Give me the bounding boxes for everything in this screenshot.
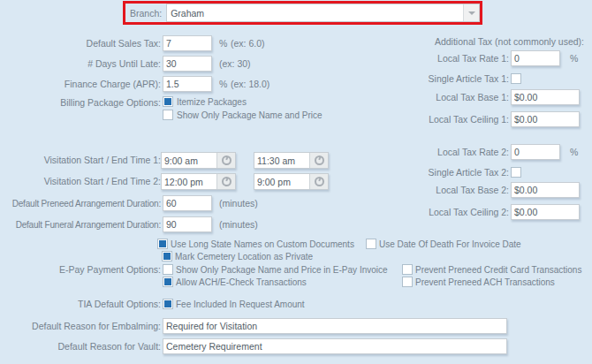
- use-dod-for-invoice-checkbox[interactable]: [366, 239, 376, 249]
- use-dod-for-invoice-label: Use Date Of Death For Invoice Date: [379, 239, 521, 250]
- single-article-tax-2-checkbox[interactable]: [511, 167, 521, 178]
- vault-reason-label: Default Reason for Vault:: [57, 341, 161, 353]
- epay-options-label: E-Pay Payment Options:: [59, 264, 161, 276]
- days-until-late-label: # Days Until Late:: [87, 58, 161, 70]
- visitation-2-end-field[interactable]: [254, 173, 329, 190]
- show-only-epay-label: Show Only Package Name and Price in E-Pa…: [176, 264, 388, 276]
- time-picker-button[interactable]: [309, 174, 328, 189]
- visitation-2-label: Visitation Start / End Time 2:: [44, 176, 161, 187]
- finance-charge-hint: (ex: 18.0): [231, 79, 269, 90]
- clock-icon: [222, 155, 231, 165]
- prevent-preneed-ach-label: Prevent Preneed ACH Transactions: [415, 277, 555, 288]
- itemize-packages-label: Itemize Packages: [177, 96, 247, 108]
- funeral-duration-label: Default Funeral Arrangement Duration:: [16, 219, 161, 231]
- single-article-tax-1-checkbox[interactable]: [511, 73, 521, 84]
- branch-settings-panel: Branch: Graham Default Sales Tax: % (ex:…: [0, 0, 592, 364]
- finance-charge-input[interactable]: [163, 76, 212, 92]
- clock-icon: [222, 177, 231, 186]
- visitation-1-end-input[interactable]: [254, 153, 309, 168]
- visitation-2-end-input[interactable]: [254, 174, 309, 189]
- allow-ach-checkbox[interactable]: [163, 277, 173, 287]
- show-only-epay-checkbox[interactable]: [163, 264, 173, 275]
- mark-cemetery-private-checkbox[interactable]: [162, 251, 172, 262]
- local-tax-ceiling-2-label: Local Tax Ceiling 2:: [429, 207, 509, 218]
- local-tax-rate-1-input[interactable]: [511, 50, 560, 66]
- fee-included-label: Fee Included In Request Amount: [176, 299, 305, 310]
- prevent-preneed-ach-checkbox[interactable]: [402, 277, 413, 287]
- time-picker-button[interactable]: [216, 153, 235, 168]
- branch-dropdown[interactable]: Graham: [166, 4, 480, 22]
- prevent-preneed-cc-label: Prevent Preneed Credit Card Transactions: [415, 264, 581, 276]
- chevron-down-icon: [468, 11, 475, 15]
- preneed-duration-hint: (minutes): [219, 198, 258, 209]
- local-tax-ceiling-2-input[interactable]: [511, 204, 580, 220]
- visitation-1-start-input[interactable]: [162, 153, 216, 168]
- visitation-2-start-field[interactable]: [161, 173, 236, 190]
- fee-included-checkbox[interactable]: [163, 299, 173, 309]
- days-until-late-hint: (ex: 30): [219, 58, 251, 70]
- sales-tax-label: Default Sales Tax:: [87, 38, 161, 49]
- local-tax-rate-2-input[interactable]: [511, 144, 560, 160]
- visitation-1-start-field[interactable]: [161, 152, 236, 169]
- allow-ach-label: Allow ACH/E-Check Transactions: [176, 277, 307, 288]
- additional-tax-heading: Additional Tax (not commonly used):: [435, 36, 584, 48]
- local-tax-base-1-label: Local Tax Base 1:: [436, 92, 509, 103]
- embalming-reason-input[interactable]: [163, 318, 507, 334]
- local-tax-rate-1-label: Local Tax Rate 1:: [437, 53, 509, 64]
- local-tax-ceiling-1-label: Local Tax Ceiling 1:: [429, 114, 509, 125]
- branch-label: Branch:: [125, 8, 166, 19]
- funeral-duration-hint: (minutes): [219, 219, 258, 231]
- use-long-state-names-checkbox[interactable]: [157, 239, 168, 249]
- funeral-duration-input[interactable]: [163, 216, 212, 232]
- visitation-1-label: Visitation Start / End Time 1:: [44, 155, 161, 166]
- local-tax-ceiling-1-input[interactable]: [511, 111, 580, 127]
- use-long-state-names-label: Use Long State Names on Custom Documents: [171, 239, 354, 250]
- local-tax-base-2-input[interactable]: [511, 182, 580, 198]
- finance-charge-unit: %: [219, 79, 227, 90]
- branch-selector-highlight: Branch: Graham: [123, 1, 482, 25]
- branch-dropdown-button[interactable]: [463, 4, 479, 21]
- local-tax-rate-2-unit: %: [570, 147, 578, 158]
- local-tax-rate-2-label: Local Tax Rate 2:: [437, 147, 509, 158]
- time-picker-button[interactable]: [309, 153, 328, 168]
- preneed-duration-input[interactable]: [163, 195, 212, 211]
- clock-icon: [315, 177, 324, 186]
- show-only-package-checkbox[interactable]: [163, 110, 173, 120]
- branch-value: Graham: [167, 8, 204, 19]
- sales-tax-hint: (ex: 6.0): [231, 38, 265, 49]
- mark-cemetery-private-label: Mark Cemetery Location as Private: [175, 251, 313, 262]
- billing-package-options-label: Billing Package Options:: [60, 97, 161, 109]
- vault-reason-input[interactable]: [163, 338, 507, 354]
- visitation-2-start-input[interactable]: [162, 174, 216, 189]
- days-until-late-input[interactable]: [163, 56, 212, 72]
- clock-icon: [315, 155, 324, 165]
- local-tax-base-1-input[interactable]: [511, 89, 580, 105]
- prevent-preneed-cc-checkbox[interactable]: [402, 264, 413, 275]
- local-tax-rate-1-unit: %: [570, 53, 578, 64]
- time-picker-button[interactable]: [216, 174, 235, 189]
- visitation-1-end-field[interactable]: [254, 152, 329, 169]
- single-article-tax-2-label: Single Article Tax 2:: [429, 167, 509, 178]
- sales-tax-unit: %: [219, 38, 227, 49]
- show-only-package-label: Show Only Package Name and Price: [177, 110, 323, 121]
- preneed-duration-label: Default Preneed Arrangement Duration:: [12, 198, 161, 209]
- finance-charge-label: Finance Charge (APR):: [65, 79, 161, 90]
- embalming-reason-label: Default Reason for Embalming:: [32, 321, 161, 332]
- itemize-packages-checkbox[interactable]: [163, 96, 173, 107]
- sales-tax-input[interactable]: [163, 35, 212, 51]
- tia-options-label: TIA Default Options:: [78, 299, 161, 310]
- local-tax-base-2-label: Local Tax Base 2:: [436, 185, 509, 196]
- single-article-tax-1-label: Single Article Tax 1:: [429, 73, 509, 85]
